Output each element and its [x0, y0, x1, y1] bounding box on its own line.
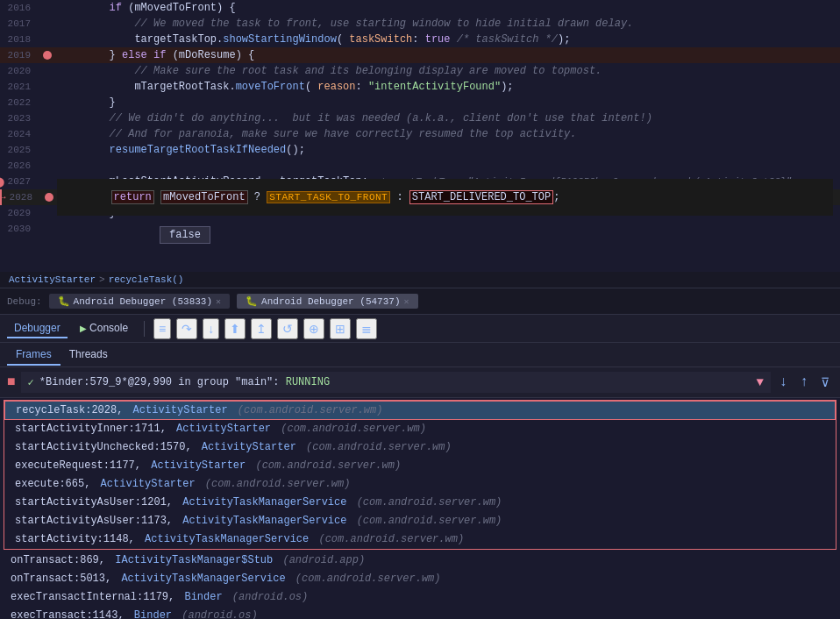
stop-button[interactable]: ■ [7, 374, 16, 390]
toolbar-icon-step-over[interactable]: ↷ [176, 318, 197, 339]
toolbar-icon-step-out[interactable]: ⬆ [224, 318, 246, 339]
bug-icon: 🐛 [58, 295, 70, 307]
breadcrumb-class[interactable]: ActivityStarter [9, 274, 96, 285]
filter-icon[interactable]: ⊽ [817, 375, 833, 390]
code-line-2018: 2018 targetTaskTop.showStartingWindow( t… [0, 32, 840, 47]
thread-arrow-down: ▼ [756, 375, 763, 389]
stack-frame-1[interactable]: startActivityInner:1711, ActivityStarter… [4, 420, 836, 438]
tab-debugger[interactable]: Debugger [7, 319, 68, 338]
toolbar-icon-reset[interactable]: ↺ [277, 318, 298, 339]
current-breakpoint-icon [45, 193, 53, 202]
toolbar-separator [144, 321, 145, 337]
tab-console[interactable]: ▶ Console [73, 319, 135, 338]
start-delivered-highlight: START_DELIVERED_TO_TOP [409, 190, 553, 204]
code-line-2023: 2023 // We didn't do anything... but it … [0, 110, 840, 126]
stack-frame-2[interactable]: startActivityUnchecked:1570, ActivitySta… [4, 438, 836, 457]
toolbar: Debugger ▶ Console ≡ ↷ ↓ ⬆ ↥ ↺ ⊕ ⊞ ≣ [0, 315, 840, 343]
breadcrumb-sep: > [99, 274, 105, 285]
code-line-2020: 2020 // Make sure the root task and its … [0, 63, 840, 79]
debugger-tab-53833[interactable]: 🐛 Android Debugger (53833) ✕ [49, 294, 230, 309]
stack-frames-container: recycleTask:2028, ActivityStarter (com.a… [0, 398, 840, 619]
toolbar-icon-eval[interactable]: ⊕ [303, 318, 324, 339]
stack-frame-11[interactable]: execTransact:1143, Binder (android.os) [0, 607, 840, 619]
code-line-2026: 2026 [0, 158, 840, 174]
play-icon-small: ▶ [80, 324, 87, 333]
code-line-2024: 2024 // And for paranoia, make sure we h… [0, 126, 840, 142]
close-tab-54737[interactable]: ✕ [404, 296, 409, 307]
bug-icon-2: 🐛 [246, 295, 258, 307]
stack-frame-8[interactable]: onTransact:869, IActivityTaskManager$Stu… [0, 551, 840, 570]
stack-frame-6[interactable]: startActivityAsUser:1173, ActivityTaskMa… [4, 512, 836, 530]
breadcrumb: ActivityStarter > recycleTask() [0, 272, 840, 288]
stack-frame-5[interactable]: startActivityAsUser:1201, ActivityTaskMa… [4, 494, 836, 512]
toolbar-icon-step-into[interactable]: ↓ [203, 318, 219, 339]
code-line-2017: 2017 // We moved the task to front, use … [0, 16, 840, 32]
toolbar-icon-list[interactable]: ≡ [153, 318, 171, 339]
breadcrumb-method[interactable]: recycleTask() [109, 274, 184, 285]
start-task-highlight: START_TASK_TO_FRONT [267, 191, 390, 203]
debug-bar: Debug: 🐛 Android Debugger (53833) ✕ 🐛 An… [0, 288, 840, 315]
tab-frames[interactable]: Frames [7, 345, 61, 366]
stack-frame-9[interactable]: onTransact:5013, ActivityTaskManagerServ… [0, 570, 840, 588]
highlighted-frames-group: recycleTask:2028, ActivityStarter (com.a… [4, 400, 836, 550]
code-line-2022: 2022 } [0, 95, 840, 110]
editor-container: 2016 if (mMovedToFront) { 2017 // We mov… [0, 0, 840, 619]
code-line-2021: 2021 mTargetRootTask.moveToFront( reason… [0, 79, 840, 95]
code-line-2030: 2030 [0, 221, 840, 237]
stack-frame-0[interactable]: recycleTask:2028, ActivityStarter (com.a… [4, 401, 836, 420]
code-line-2025: 2025 resumeTargetRootTaskIfNeeded(); [0, 142, 840, 158]
inline-value-tooltip: false [160, 226, 210, 244]
code-line-2016: 2016 if (mMovedToFront) { [0, 0, 840, 16]
thread-label: *Binder:579_9*@29,990 in group "main": R… [39, 376, 330, 388]
check-icon: ✓ [28, 376, 34, 389]
thread-dropdown[interactable]: ✓ *Binder:579_9*@29,990 in group "main":… [21, 372, 771, 393]
close-tab-53833[interactable]: ✕ [216, 296, 221, 307]
code-line-2019: 2019 } else if (mDoResume) { [0, 47, 840, 63]
stack-frame-4[interactable]: execute:665, ActivityStarter (com.androi… [4, 475, 836, 494]
stack-frame-10[interactable]: execTransactInternal:1179, Binder (andro… [0, 588, 840, 607]
toolbar-icon-run-to[interactable]: ↥ [251, 318, 272, 339]
thread-selector: ■ ✓ *Binder:579_9*@29,990 in group "main… [0, 367, 840, 398]
code-line-2028: → 2028 return mMovedToFront ? START_TASK… [0, 189, 840, 205]
tab-threads[interactable]: Threads [61, 345, 117, 366]
breakpoint-icon [43, 51, 52, 60]
debug-label: Debug: [7, 296, 42, 307]
stack-frame-3[interactable]: executeRequest:1177, ActivityStarter (co… [4, 457, 836, 475]
sort-down-icon[interactable]: ↓ [776, 374, 792, 390]
toolbar-icon-table[interactable]: ⊞ [330, 318, 351, 339]
sort-up-icon[interactable]: ↑ [796, 374, 812, 390]
debugger-tab-54737[interactable]: 🐛 Android Debugger (54737) ✕ [237, 294, 417, 309]
toolbar-icon-more[interactable]: ≣ [356, 318, 377, 339]
frames-threads-bar: Frames Threads [0, 343, 840, 367]
code-editor: 2016 if (mMovedToFront) { 2017 // We mov… [0, 0, 840, 272]
stack-frame-7[interactable]: startActivity:1148, ActivityTaskManagerS… [4, 530, 836, 549]
